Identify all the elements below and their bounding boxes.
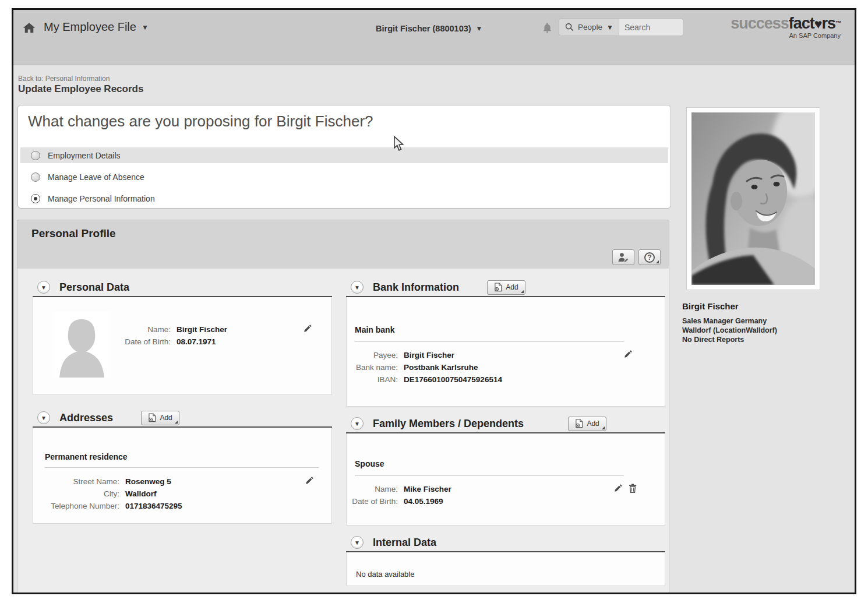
field-row: Date of Birth:08.07.1971 xyxy=(119,336,227,348)
employee-summary: Sales Manager Germany Walldorf (Location… xyxy=(682,316,777,344)
radio-button[interactable] xyxy=(31,172,40,182)
person-edit-icon xyxy=(618,252,629,262)
help-icon: ? xyxy=(644,252,655,263)
personal-profile-title: Personal Profile xyxy=(31,227,116,240)
family-record-title: Spouse xyxy=(355,459,384,468)
heart-icon: ♥ xyxy=(814,16,822,31)
divider xyxy=(355,475,624,476)
add-document-icon xyxy=(575,419,584,428)
option-employment-details[interactable]: Employment Details xyxy=(20,147,668,163)
collapse-section-icon[interactable]: ▼ xyxy=(37,281,50,294)
internal-data-header: ▼ Internal Data xyxy=(346,534,665,552)
add-family-member-button[interactable]: Add xyxy=(568,417,606,431)
global-search: People ▼ xyxy=(559,18,683,36)
section-title: Internal Data xyxy=(373,537,436,549)
profile-left-column: ▼ Personal Data Name:Birgit Fischer Date… xyxy=(33,278,332,524)
search-input[interactable] xyxy=(619,19,683,36)
section-title: Addresses xyxy=(59,412,113,424)
employee-name: Birgit Fischer xyxy=(682,301,739,311)
radio-button[interactable] xyxy=(31,151,40,160)
add-button-label: Add xyxy=(587,419,599,428)
edit-pencil-icon[interactable] xyxy=(613,484,623,493)
search-scope-dropdown[interactable]: People ▼ xyxy=(559,23,619,31)
radio-button[interactable] xyxy=(31,194,40,203)
logo-wordmark: successfact♥rs™ xyxy=(731,15,841,32)
bank-fields: Payee:Birgit Fischer Bank name:Postbank … xyxy=(351,349,502,386)
add-document-icon xyxy=(494,283,503,292)
proposal-question: What changes are you proposing for Birgi… xyxy=(28,112,373,131)
section-title: Family Members / Dependents xyxy=(373,418,524,430)
employee-location: Walldorf (LocationWalldorf) xyxy=(682,326,777,335)
address-record-title: Permanent residence xyxy=(45,452,128,461)
employee-selector[interactable]: Birgit Fischer (8800103) ▼ xyxy=(376,24,483,33)
field-row: Payee:Birgit Fischer xyxy=(351,349,502,361)
personal-data-card: Name:Birgit Fischer Date of Birth:08.07.… xyxy=(33,297,332,395)
option-label: Employment Details xyxy=(48,151,121,160)
search-icon xyxy=(565,23,574,31)
chevron-down-icon: ▼ xyxy=(606,23,613,31)
option-manage-personal-information[interactable]: Manage Personal Information xyxy=(20,191,668,206)
edit-profile-button[interactable] xyxy=(612,249,634,265)
internal-data-card: No data available xyxy=(346,552,665,586)
profile-right-column: ▼ Bank Information Add Main bank Payee:B… xyxy=(346,278,665,586)
add-button-label: Add xyxy=(160,414,172,422)
personal-data-fields: Name:Birgit Fischer Date of Birth:08.07.… xyxy=(119,323,227,348)
field-row: City:Walldorf xyxy=(46,488,182,500)
field-row: Name:Birgit Fischer xyxy=(119,323,227,336)
option-manage-leave-of-absence[interactable]: Manage Leave of Absence xyxy=(20,169,668,185)
divider xyxy=(355,341,624,342)
add-bank-button[interactable]: Add xyxy=(487,280,525,295)
collapse-section-icon[interactable]: ▼ xyxy=(351,417,364,430)
search-scope-label: People xyxy=(578,23,602,31)
collapse-section-icon[interactable]: ▼ xyxy=(351,536,364,549)
home-icon[interactable] xyxy=(23,22,36,34)
successfactors-logo: successfact♥rs™ An SAP Company xyxy=(731,15,841,39)
notifications-bell-icon[interactable] xyxy=(542,22,552,33)
address-fields: Street Name:Rosenweg 5 City:Walldorf Tel… xyxy=(46,475,182,512)
bank-record-title: Main bank xyxy=(355,325,394,334)
add-button-label: Add xyxy=(506,283,518,291)
family-members-header: ▼ Family Members / Dependents Add xyxy=(346,415,665,433)
chevron-down-icon: ▼ xyxy=(476,24,483,33)
add-address-button[interactable]: Add xyxy=(141,411,179,425)
family-members-card: Spouse Name:Mike Fischer Date of Birth:0… xyxy=(346,433,665,526)
employee-job-title: Sales Manager Germany xyxy=(682,316,777,326)
edit-pencil-icon[interactable] xyxy=(623,350,633,359)
field-row: IBAN:DE17660100750475926514 xyxy=(351,373,502,386)
edit-pencil-icon[interactable] xyxy=(305,476,314,485)
addresses-card: Permanent residence Street Name:Rosenweg… xyxy=(33,428,332,524)
module-menu[interactable]: My Employee File ▼ xyxy=(44,20,149,34)
divider xyxy=(45,467,319,468)
edit-pencil-icon[interactable] xyxy=(303,324,312,333)
field-row: Name:Mike Fischer xyxy=(351,483,451,495)
option-label: Manage Personal Information xyxy=(48,194,155,203)
personal-profile-header: Personal Profile ? xyxy=(17,220,669,269)
top-navigation-bar: My Employee File ▼ Birgit Fischer (88001… xyxy=(13,10,855,65)
module-menu-label: My Employee File xyxy=(44,20,136,34)
bank-information-header: ▼ Bank Information Add xyxy=(346,278,665,297)
field-row: Telephone Number:0171836475295 xyxy=(46,500,182,512)
bank-information-card: Main bank Payee:Birgit Fischer Bank name… xyxy=(346,297,665,407)
personal-data-header: ▼ Personal Data xyxy=(33,278,332,297)
field-row: Bank name:Postbank Karlsruhe xyxy=(351,361,502,373)
employee-avatar xyxy=(54,311,110,378)
add-document-icon xyxy=(148,413,157,422)
field-row: Date of Birth:04.05.1969 xyxy=(351,495,451,507)
employee-selector-label: Birgit Fischer (8800103) xyxy=(376,24,471,33)
option-label: Manage Leave of Absence xyxy=(48,172,144,182)
app-window: My Employee File ▼ Birgit Fischer (88001… xyxy=(12,8,856,594)
help-menu-button[interactable]: ? xyxy=(638,249,661,265)
collapse-section-icon[interactable]: ▼ xyxy=(351,281,364,294)
breadcrumb-back-link[interactable]: Back to: Personal Information xyxy=(18,75,110,83)
change-proposal-card: What changes are you proposing for Birgi… xyxy=(17,105,671,209)
addresses-header: ▼ Addresses Add xyxy=(33,409,332,428)
section-title: Bank Information xyxy=(373,281,459,294)
personal-profile-panel: Personal Profile ? ▼ Personal Data xyxy=(17,220,669,594)
collapse-section-icon[interactable]: ▼ xyxy=(37,411,50,424)
profile-toolbar: ? xyxy=(612,249,661,265)
section-title: Personal Data xyxy=(59,281,129,294)
employee-direct-reports: No Direct Reports xyxy=(682,335,777,344)
page-title: Update Employee Records xyxy=(18,83,143,95)
delete-trash-icon[interactable] xyxy=(629,484,637,493)
no-data-message: No data available xyxy=(356,570,414,579)
